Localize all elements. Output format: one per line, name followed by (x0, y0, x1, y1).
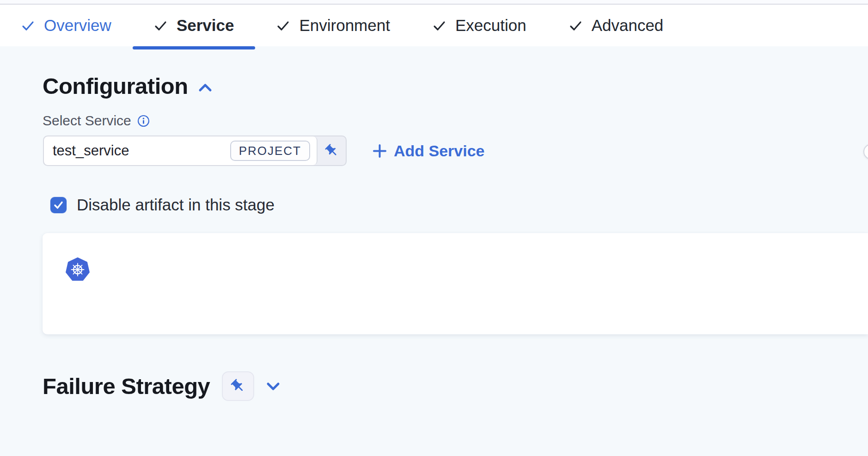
tab-label: Execution (455, 16, 526, 35)
pin-service-button[interactable] (318, 136, 346, 165)
add-service-button[interactable]: Add Service (373, 136, 485, 166)
failure-strategy-heading: Failure Strategy (43, 373, 210, 399)
tab-service[interactable]: Service (133, 5, 256, 46)
tab-label: Advanced (592, 16, 664, 35)
check-icon (569, 19, 582, 32)
select-service-label-row: Select Service (43, 111, 150, 130)
service-select-value-area: test_service PROJECT (44, 136, 318, 165)
check-icon (276, 19, 290, 32)
active-tab-underline (133, 46, 256, 49)
collapse-section-chevron-up-icon[interactable] (198, 83, 212, 93)
disable-artifact-checkbox[interactable] (50, 197, 67, 213)
tab-execution[interactable]: Execution (411, 5, 548, 46)
failure-strategy-section-header: Failure Strategy (43, 370, 280, 402)
kubernetes-icon (66, 257, 90, 284)
disable-artifact-label: Disable artifact in this stage (77, 196, 275, 214)
tab-label: Service (177, 16, 234, 35)
info-icon[interactable] (137, 115, 150, 127)
tab-label: Environment (299, 16, 390, 35)
pin-failure-strategy-button[interactable] (222, 371, 254, 401)
add-service-label: Add Service (394, 142, 485, 160)
top-strip (0, 0, 868, 4)
collapsed-panel-toggle-button[interactable] (863, 144, 868, 160)
scope-badge: PROJECT (230, 141, 310, 161)
check-icon (21, 19, 35, 32)
tab-label: Overview (44, 16, 111, 35)
service-card: test_service Id: test_service View Servi… (43, 233, 868, 334)
plus-icon (373, 144, 387, 158)
check-icon (433, 19, 446, 32)
configuration-heading: Configuration (43, 73, 188, 99)
service-select-value: test_service (53, 142, 129, 159)
pushpin-icon (324, 143, 339, 158)
stage-tab-bar: Overview Service Environment Execution A… (0, 5, 868, 46)
disable-artifact-row: Disable artifact in this stage (50, 196, 275, 214)
tab-overview[interactable]: Overview (0, 5, 133, 46)
check-icon (154, 19, 167, 32)
tab-environment[interactable]: Environment (255, 5, 411, 46)
select-service-label: Select Service (43, 113, 131, 129)
configuration-section-header: Configuration (43, 73, 212, 99)
tab-advanced[interactable]: Advanced (548, 5, 685, 46)
expand-failure-strategy-chevron-down-icon[interactable] (266, 382, 280, 391)
service-select-field[interactable]: test_service PROJECT (43, 136, 347, 166)
